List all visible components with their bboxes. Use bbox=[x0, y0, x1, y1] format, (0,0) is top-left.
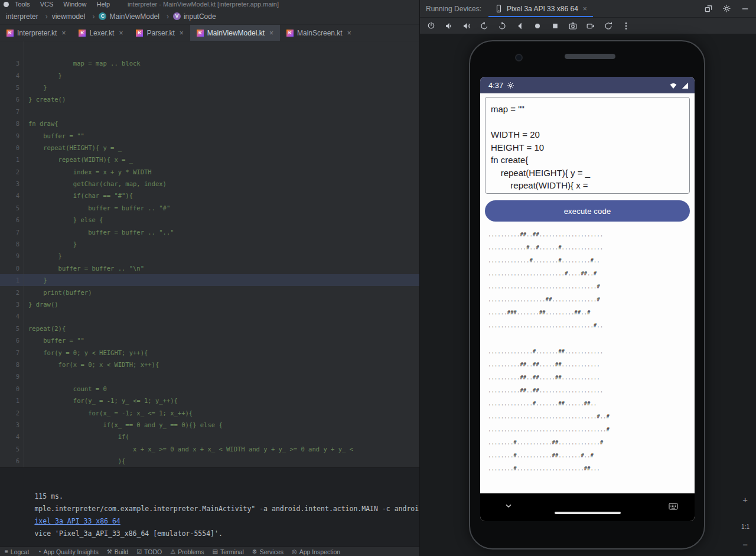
tool-window-button[interactable]: ⚠ Problems bbox=[170, 548, 204, 555]
zoom-reset-button[interactable]: 1:1 bbox=[741, 524, 750, 530]
power-icon[interactable] bbox=[426, 21, 436, 31]
zoom-out-button[interactable]: − bbox=[742, 540, 748, 549]
editor-line[interactable]: 3 } draw() bbox=[0, 298, 419, 310]
screenshot-icon[interactable] bbox=[568, 21, 578, 31]
editor-line[interactable]: 5 repeat(2){ bbox=[0, 323, 419, 334]
device-tab[interactable]: Pixel 3a API 33 x86 64 × bbox=[488, 0, 593, 17]
volume-down-icon[interactable] bbox=[444, 21, 454, 31]
editor-line[interactable]: 3 if(x_ == 0 and y_ == 0){} else { bbox=[0, 419, 419, 431]
screen-record-icon[interactable] bbox=[585, 21, 596, 31]
hide-keyboard-icon[interactable] bbox=[504, 501, 513, 511]
code-text: buffer = buffer .. ".." bbox=[24, 229, 174, 236]
editor-line[interactable]: 3 map = map .. block bbox=[0, 57, 419, 69]
editor-line[interactable]: 3 getChar(char, map, index) bbox=[0, 178, 419, 190]
editor-tab[interactable]: K Parser.kt × bbox=[129, 25, 190, 41]
phone-nav-bar bbox=[480, 493, 695, 521]
editor-line[interactable]: 9 } bbox=[0, 250, 419, 262]
editor-line[interactable]: 6 } create() bbox=[0, 93, 419, 105]
terminal-icon: ▤ bbox=[213, 548, 218, 555]
overview-icon[interactable] bbox=[550, 21, 561, 31]
editor-line[interactable]: 7 bbox=[0, 106, 419, 118]
rotate-right-icon[interactable] bbox=[497, 21, 507, 31]
tab-close-icon[interactable]: × bbox=[61, 29, 66, 37]
back-icon[interactable] bbox=[514, 21, 525, 31]
menu-item[interactable]: Tools bbox=[15, 1, 30, 8]
tab-close-icon[interactable]: × bbox=[583, 5, 587, 13]
editor-line[interactable]: 8 for(x = 0; x < WIDTH; x++){ bbox=[0, 359, 419, 370]
gesture-pill[interactable] bbox=[555, 512, 621, 514]
editor-line[interactable]: 5 x + x_ >= 0 and x + x_ < WIDTH and y +… bbox=[0, 443, 419, 455]
home-icon[interactable] bbox=[532, 21, 543, 31]
execute-code-button[interactable]: execute code bbox=[485, 200, 690, 222]
editor-line[interactable]: 4 bbox=[0, 310, 419, 322]
tool-window-button[interactable]: ☑ TODO bbox=[136, 548, 162, 555]
tool-window-button[interactable]: ≡ Logcat bbox=[5, 548, 29, 555]
code-editor[interactable]: 3 map = map .. block 4 } 5 } 6 } create(… bbox=[0, 41, 419, 467]
tab-close-icon[interactable]: × bbox=[269, 29, 273, 37]
tab-close-icon[interactable]: × bbox=[347, 29, 351, 37]
phone-screen[interactable]: 4:37 map = ""WIDTH = 20HEIGHT = bbox=[480, 77, 695, 521]
editor-line[interactable]: 8 fn draw{ bbox=[0, 118, 419, 129]
kotlin-file-icon: K bbox=[79, 30, 86, 37]
editor-line[interactable]: 1 } bbox=[0, 274, 419, 286]
editor-line[interactable]: 8 } bbox=[0, 238, 419, 250]
menu-item[interactable]: Help bbox=[96, 1, 110, 8]
line-number: 3 bbox=[0, 301, 24, 308]
code-input-field[interactable]: map = ""WIDTH = 20HEIGHT = 10fn create{ … bbox=[485, 97, 690, 194]
editor-tab[interactable]: K Interpreter.kt × bbox=[0, 25, 72, 41]
editor-line[interactable]: 2 index = x + y * WIDTH bbox=[0, 166, 419, 178]
line-number: 0 bbox=[0, 265, 24, 272]
zoom-in-button[interactable]: + bbox=[742, 495, 748, 504]
editor-line[interactable]: 0 repeat(HEIGHT){ y = _ bbox=[0, 142, 419, 154]
editor-line[interactable]: 4 if(char == "#"){ bbox=[0, 190, 419, 201]
editor-line[interactable]: 4 if( bbox=[0, 431, 419, 443]
editor-line[interactable]: 7 buffer = buffer .. ".." bbox=[0, 226, 419, 238]
editor-tab[interactable]: K Lexer.kt × bbox=[72, 25, 129, 41]
tab-close-icon[interactable]: × bbox=[180, 29, 184, 37]
console-text[interactable]: ixel 3a API 33 x86 64 bbox=[34, 517, 120, 525]
breadcrumb-item[interactable]: interpreter › bbox=[6, 12, 52, 21]
tool-window-button[interactable]: ◎ App Inspection bbox=[292, 548, 340, 555]
editor-line[interactable]: 9 buffer = "" bbox=[0, 129, 419, 141]
editor-line[interactable]: 6 } else { bbox=[0, 214, 419, 226]
minimize-icon[interactable] bbox=[739, 4, 750, 14]
editor-line[interactable]: 4 } bbox=[0, 69, 419, 81]
editor-line[interactable]: 5 buffer = buffer .. "#" bbox=[0, 202, 419, 214]
editor-line[interactable]: 2 for(x_ = -1; x_ <= 1; x_++){ bbox=[0, 407, 419, 418]
editor-line[interactable]: 0 buffer = buffer .. "\n" bbox=[0, 262, 419, 274]
device-snapshot-icon[interactable] bbox=[603, 21, 614, 31]
breadcrumb-item[interactable]: V inputCode › bbox=[173, 12, 216, 21]
run-console[interactable]: 115 ms. mple.interpreter/com.example.int… bbox=[0, 467, 419, 547]
more-options-icon[interactable] bbox=[621, 21, 631, 31]
editor-line[interactable]: 1 for(y_ = -1; y_ <= 1; y_++){ bbox=[0, 395, 419, 407]
float-window-icon[interactable] bbox=[703, 4, 713, 14]
front-camera bbox=[515, 54, 523, 61]
input-line: map = "" bbox=[491, 103, 684, 116]
editor-line[interactable]: 6 buffer = "" bbox=[0, 334, 419, 346]
editor-line[interactable]: 0 count = 0 bbox=[0, 383, 419, 395]
line-number: 5 bbox=[0, 325, 24, 332]
editor-line[interactable]: 6 ){ bbox=[0, 455, 419, 467]
rotate-left-icon[interactable] bbox=[479, 21, 490, 31]
menu-item[interactable]: Window bbox=[63, 1, 86, 8]
volume-up-icon[interactable] bbox=[461, 21, 472, 31]
editor-line[interactable]: 5 } bbox=[0, 82, 419, 93]
editor-tab[interactable]: K MainViewModel.kt × bbox=[190, 25, 280, 41]
panel-window-actions bbox=[703, 4, 750, 14]
menu-item[interactable]: VCS bbox=[40, 1, 54, 8]
breadcrumb-item[interactable]: C MainViewModel › bbox=[99, 12, 173, 21]
tool-window-button[interactable]: ◔ App Quality Insights bbox=[37, 548, 98, 555]
input-line bbox=[491, 116, 684, 129]
editor-tab[interactable]: K MainScreen.kt × bbox=[280, 25, 358, 41]
tool-window-button[interactable]: ⚙ Services bbox=[252, 548, 284, 555]
editor-line[interactable]: 7 for(y = 0; y < HEIGHT; y++){ bbox=[0, 346, 419, 358]
ime-keyboard-icon[interactable] bbox=[669, 503, 678, 510]
settings-gear-icon[interactable] bbox=[721, 4, 732, 14]
breadcrumb-item[interactable]: viewmodel › bbox=[52, 12, 99, 21]
editor-line[interactable]: 2 print(buffer) bbox=[0, 286, 419, 298]
editor-line[interactable]: 9 bbox=[0, 370, 419, 382]
tool-window-button[interactable]: ▤ Terminal bbox=[213, 548, 244, 555]
editor-line[interactable]: 1 repeat(WIDTH){ x = _ bbox=[0, 154, 419, 165]
tool-window-button[interactable]: ⚒ Build bbox=[107, 548, 128, 555]
tab-close-icon[interactable]: × bbox=[119, 29, 123, 37]
